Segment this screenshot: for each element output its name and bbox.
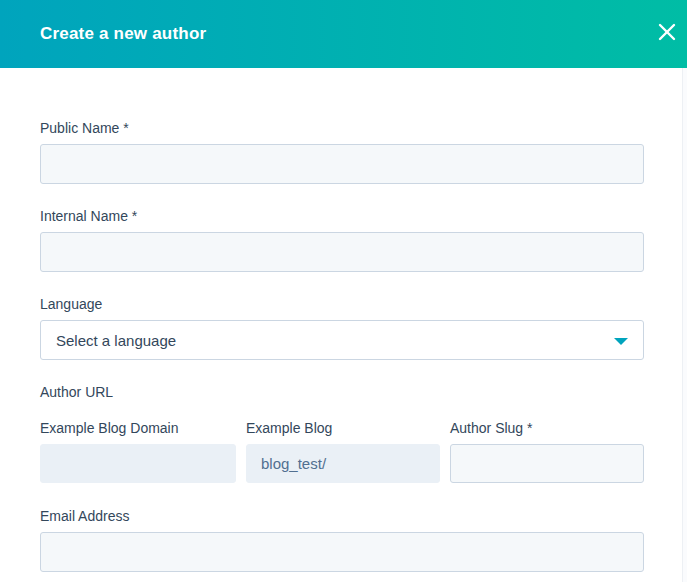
- author-slug-input[interactable]: [450, 444, 644, 483]
- modal-header: Create a new author: [0, 0, 687, 68]
- example-blog-label: Example Blog: [246, 420, 332, 436]
- author-url-label: Author URL: [40, 384, 113, 400]
- example-blog-input: [246, 444, 440, 483]
- language-select[interactable]: Select a language: [40, 320, 644, 360]
- internal-name-label: Internal Name *: [40, 208, 137, 224]
- language-label: Language: [40, 296, 102, 312]
- public-name-input[interactable]: [40, 144, 644, 184]
- public-name-label: Public Name *: [40, 120, 129, 136]
- close-icon: [657, 22, 677, 42]
- author-slug-label: Author Slug *: [450, 420, 533, 436]
- modal-title: Create a new author: [0, 24, 206, 44]
- close-button[interactable]: [656, 21, 678, 43]
- scrollbar-track[interactable]: [682, 68, 687, 582]
- internal-name-input[interactable]: [40, 232, 644, 272]
- language-select-value: Select a language: [41, 332, 176, 349]
- chevron-down-icon: [614, 338, 628, 345]
- email-address-label: Email Address: [40, 508, 129, 524]
- example-blog-domain-input: [40, 444, 236, 483]
- email-address-input[interactable]: [40, 532, 644, 572]
- example-blog-domain-label: Example Blog Domain: [40, 420, 179, 436]
